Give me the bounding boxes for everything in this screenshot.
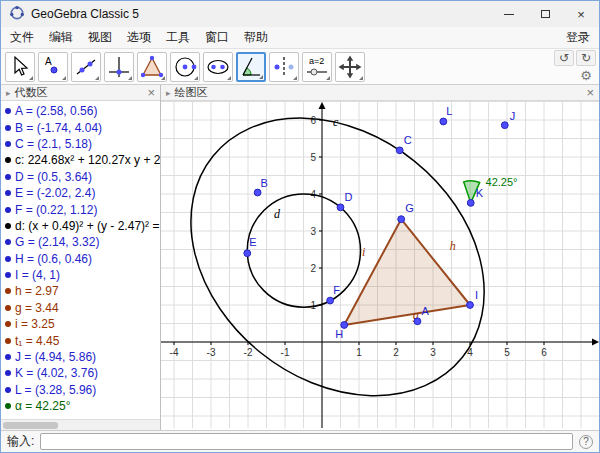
algebra-row[interactable]: F = (0.22, 1.12) bbox=[1, 201, 160, 217]
object-visibility-dot[interactable] bbox=[5, 223, 11, 229]
line-tool-button[interactable] bbox=[71, 52, 101, 82]
object-visibility-dot[interactable] bbox=[5, 272, 11, 278]
object-visibility-dot[interactable] bbox=[5, 288, 11, 294]
close-button[interactable]: × bbox=[563, 1, 599, 27]
object-visibility-dot[interactable] bbox=[5, 125, 11, 131]
algebra-row[interactable]: D = (0.5, 3.64) bbox=[1, 169, 160, 185]
menu-item-help[interactable]: 帮助 bbox=[244, 29, 268, 46]
algebra-row[interactable]: d: (x + 0.49)² + (y - 2.47)² = 2.34 bbox=[1, 218, 160, 234]
move-graphics-view-tool-button[interactable] bbox=[335, 52, 365, 82]
algebra-row[interactable]: H = (0.6, 0.46) bbox=[1, 251, 160, 267]
menu-item-tools[interactable]: 工具 bbox=[166, 29, 190, 46]
point-F[interactable] bbox=[327, 297, 334, 304]
point-D[interactable] bbox=[337, 204, 344, 211]
point-J[interactable] bbox=[501, 122, 508, 129]
algebra-item-text: H = (0.6, 0.46) bbox=[15, 252, 92, 266]
minimize-button[interactable] bbox=[491, 1, 527, 27]
slider-tool-button[interactable]: a=2 bbox=[302, 52, 332, 82]
object-visibility-dot[interactable] bbox=[5, 141, 11, 147]
algebra-item-text: D = (0.5, 3.64) bbox=[15, 170, 92, 184]
menu-item-edit[interactable]: 编辑 bbox=[49, 29, 73, 46]
ellipse-tool-button[interactable] bbox=[203, 52, 233, 82]
object-visibility-dot[interactable] bbox=[5, 108, 11, 114]
object-visibility-dot[interactable] bbox=[5, 256, 11, 262]
point-tool-button[interactable]: A bbox=[38, 52, 68, 82]
window-title: GeoGebra Classic 5 bbox=[31, 7, 139, 21]
toolbar-right-cluster: ↺ ↻ ⚙ bbox=[554, 50, 596, 83]
algebra-collapse-icon[interactable]: ▸ bbox=[6, 88, 11, 98]
algebra-item-text: F = (0.22, 1.12) bbox=[15, 203, 97, 217]
point-L[interactable] bbox=[440, 118, 447, 125]
object-visibility-dot[interactable] bbox=[5, 174, 11, 180]
object-visibility-dot[interactable] bbox=[5, 157, 11, 163]
algebra-row[interactable]: c: 224.68x² + 120.27x y + 250.8 bbox=[1, 152, 160, 168]
point-label-L: L bbox=[446, 105, 452, 117]
algebra-row[interactable]: t₁ = 4.45 bbox=[1, 332, 160, 348]
perpendicular-line-tool-button[interactable] bbox=[104, 52, 134, 82]
menu-item-file[interactable]: 文件 bbox=[10, 29, 34, 46]
help-button[interactable]: ? bbox=[579, 435, 593, 449]
algebra-row[interactable]: L = (3.28, 5.96) bbox=[1, 382, 160, 398]
command-input[interactable] bbox=[40, 433, 573, 450]
graphics-collapse-icon[interactable]: ▸ bbox=[166, 88, 171, 98]
object-visibility-dot[interactable] bbox=[5, 370, 11, 376]
settings-gear-button[interactable]: ⚙ bbox=[576, 67, 596, 83]
algebra-row[interactable]: B = (-1.74, 4.04) bbox=[1, 119, 160, 135]
algebra-row[interactable]: A = (2.58, 0.56) bbox=[1, 103, 160, 119]
algebra-item-text: J = (4.94, 5.86) bbox=[15, 350, 96, 364]
undo-button[interactable]: ↺ bbox=[554, 50, 574, 66]
move-view-icon bbox=[337, 54, 363, 80]
scrollbar-thumb[interactable] bbox=[3, 422, 58, 429]
polygon-tool-button[interactable] bbox=[137, 52, 167, 82]
algebra-row[interactable]: E = (-2.02, 2.4) bbox=[1, 185, 160, 201]
y-tick-label: 6 bbox=[310, 115, 316, 126]
redo-button[interactable]: ↻ bbox=[576, 50, 596, 66]
algebra-horizontal-scrollbar[interactable] bbox=[1, 419, 160, 430]
object-visibility-dot[interactable] bbox=[5, 321, 11, 327]
conic-c-label: c bbox=[333, 115, 339, 129]
algebra-row[interactable]: C = (2.1, 5.18) bbox=[1, 136, 160, 152]
point-label-E: E bbox=[249, 236, 256, 248]
algebra-row[interactable]: h = 2.97 bbox=[1, 283, 160, 299]
move-tool-button[interactable] bbox=[5, 52, 35, 82]
object-visibility-dot[interactable] bbox=[5, 387, 11, 393]
menu-item-options[interactable]: 选项 bbox=[127, 29, 151, 46]
object-visibility-dot[interactable] bbox=[5, 403, 11, 409]
graphics-close-button[interactable]: × bbox=[586, 86, 594, 99]
point-G[interactable] bbox=[398, 216, 405, 223]
point-label-F: F bbox=[333, 284, 340, 296]
app-icon bbox=[9, 5, 25, 24]
angle-tool-button[interactable] bbox=[236, 52, 266, 82]
menu-item-window[interactable]: 窗口 bbox=[205, 29, 229, 46]
login-button[interactable]: 登录 bbox=[566, 29, 590, 46]
algebra-row[interactable]: g = 3.44 bbox=[1, 300, 160, 316]
point-B[interactable] bbox=[254, 189, 261, 196]
algebra-row[interactable]: K = (4.02, 3.76) bbox=[1, 365, 160, 381]
algebra-row[interactable]: I = (4, 1) bbox=[1, 267, 160, 283]
algebra-row[interactable]: i = 3.25 bbox=[1, 316, 160, 332]
graphics-canvas[interactable]: -4-3-2-1123456123456cdhgi42.25°ABCDEFGHI… bbox=[161, 101, 599, 428]
reflect-tool-button[interactable] bbox=[269, 52, 299, 82]
graphics-title: 绘图区 bbox=[175, 85, 208, 100]
point-A[interactable] bbox=[414, 318, 421, 325]
algebra-row[interactable]: J = (4.94, 5.86) bbox=[1, 349, 160, 365]
point-I[interactable] bbox=[467, 302, 474, 309]
x-tick-label: 2 bbox=[393, 347, 399, 358]
menu-item-view[interactable]: 视图 bbox=[88, 29, 112, 46]
algebra-header: ▸ 代数区 × bbox=[1, 85, 160, 101]
point-E[interactable] bbox=[244, 250, 251, 257]
algebra-item-text: C = (2.1, 5.18) bbox=[15, 137, 92, 151]
object-visibility-dot[interactable] bbox=[5, 305, 11, 311]
object-visibility-dot[interactable] bbox=[5, 190, 11, 196]
object-visibility-dot[interactable] bbox=[5, 354, 11, 360]
object-visibility-dot[interactable] bbox=[5, 239, 11, 245]
algebra-row[interactable]: G = (2.14, 3.32) bbox=[1, 234, 160, 250]
maximize-button[interactable] bbox=[527, 1, 563, 27]
point-C[interactable] bbox=[396, 147, 403, 154]
point-K[interactable] bbox=[467, 199, 474, 206]
object-visibility-dot[interactable] bbox=[5, 338, 11, 344]
algebra-close-button[interactable]: × bbox=[147, 86, 155, 99]
algebra-row[interactable]: α = 42.25° bbox=[1, 398, 160, 414]
object-visibility-dot[interactable] bbox=[5, 207, 11, 213]
circle-tool-button[interactable] bbox=[170, 52, 200, 82]
